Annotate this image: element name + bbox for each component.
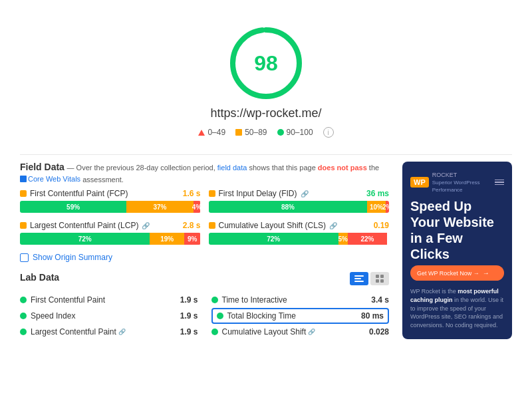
core-web-vitals-link[interactable]: Core Web Vitals <box>20 176 82 184</box>
show-origin-label: Show Origin Summary <box>33 253 112 262</box>
legend-red: 0–49 <box>198 128 225 137</box>
fcp-name: First Contentful Paint (FCP) <box>30 189 128 198</box>
cls-name: Cumulative Layout Shift (CLS) <box>219 221 326 230</box>
divider <box>20 154 512 155</box>
lcp-value: 2.8 s <box>183 221 201 230</box>
lcp-bar-green: 72% <box>20 233 150 245</box>
field-data-title: Field Data <box>20 162 65 172</box>
fid-name: First Input Delay (FID) <box>219 189 297 198</box>
fcp-bar-red: 4% <box>194 201 201 213</box>
main-layout: Field Data — Over the previous 28-day co… <box>20 162 512 340</box>
lab-cls-dot <box>211 329 218 335</box>
lab-metrics-left: First Contentful Paint 1.9 s Speed Index… <box>20 292 198 340</box>
lab-cls-name: Cumulative Layout Shift 🔗 <box>222 327 316 337</box>
lab-lcp-dot <box>20 329 27 335</box>
list-line-1 <box>354 275 364 277</box>
metric-cls: Cumulative Layout Shift (CLS) 🔗 0.19 72%… <box>209 221 390 245</box>
field-data-note: — Over the previous 28-day collection pe… <box>20 164 379 184</box>
lcp-lab-bookmark-icon: 🔗 <box>118 329 126 335</box>
fcp-bar-green: 59% <box>20 201 126 213</box>
toggle-list-btn[interactable] <box>350 272 368 285</box>
lcp-name: Largest Contentful Paint (LCP) <box>30 221 138 230</box>
score-value: 98 <box>254 51 278 76</box>
ad-headline: Speed UpYour Website in a FewClicks <box>410 198 504 262</box>
legend-range1: 0–49 <box>207 128 225 137</box>
field-data-link[interactable]: field data <box>217 164 247 172</box>
ad-button-text: Get WP Rocket Now → <box>417 270 479 277</box>
lab-tbt-value: 80 ms <box>361 311 384 321</box>
lab-cls-value: 0.028 <box>369 327 389 337</box>
lab-tbt-dot <box>217 313 223 319</box>
lab-metric-si: Speed Index 1.9 s <box>20 308 198 324</box>
lcp-bar-red: 9% <box>184 233 200 245</box>
lcp-bookmark-icon: 🔗 <box>142 222 150 229</box>
lab-si-value: 1.9 s <box>180 311 198 321</box>
fcp-bar: 59% 37% 4% <box>20 201 201 213</box>
lab-tbt-name: Total Blocking Time <box>227 311 296 321</box>
field-data-section: Field Data — Over the previous 28-day co… <box>20 162 389 262</box>
lab-data-title: Lab Data <box>20 272 59 283</box>
lab-metric-fcp: First Contentful Paint 1.9 s <box>20 292 198 308</box>
ad-button-arrow: → <box>483 269 489 277</box>
cls-bar-orange: 5% <box>338 233 348 245</box>
lab-metric-tti: Time to Interactive 3.4 s <box>211 292 390 308</box>
lcp-bar: 72% 19% 9% <box>20 233 201 245</box>
fid-value: 36 ms <box>366 189 389 198</box>
grid-cell-4 <box>380 279 384 283</box>
grid-cell-1 <box>376 275 379 278</box>
ad-cta-button[interactable]: Get WP Rocket Now → → <box>410 265 504 281</box>
ad-description: WP Rocket is the most powerful caching p… <box>410 287 504 329</box>
metric-lcp: Largest Contentful Paint (LCP) 🔗 2.8 s 7… <box>20 221 201 245</box>
metric-fid: First Input Delay (FID) 🔗 36 ms 88% 10% … <box>209 189 390 213</box>
list-line-3 <box>354 281 364 282</box>
fid-icon <box>209 190 215 197</box>
cls-bar-green: 72% <box>209 233 338 245</box>
lcp-icon <box>20 222 27 229</box>
fid-bar-green: 88% <box>209 201 368 213</box>
score-legend: 0–49 50–89 90–100 i <box>198 127 333 138</box>
ad-logo: WP ROCKETSuperior WordPress Performance <box>410 172 504 193</box>
metric-fcp: First Contentful Paint (FCP) 1.6 s 59% 3… <box>20 189 201 213</box>
fid-bookmark-icon: 🔗 <box>301 190 309 198</box>
lcp-bar-orange: 19% <box>150 233 184 245</box>
lab-tti-name: Time to Interactive <box>222 295 287 305</box>
lab-lcp-value: 1.9 s <box>180 327 198 337</box>
show-origin-button[interactable]: Show Origin Summary <box>20 253 389 262</box>
lab-fcp-name: First Contentful Paint <box>31 295 105 305</box>
menu-line-2 <box>495 182 504 183</box>
fid-bar: 88% 10% 2% <box>209 201 390 213</box>
lab-fcp-value: 1.9 s <box>180 295 198 305</box>
menu-line-1 <box>495 180 504 181</box>
lab-tti-value: 3.4 s <box>371 295 389 305</box>
toggle-grid-btn[interactable] <box>370 272 389 285</box>
lab-metric-cls: Cumulative Layout Shift 🔗 0.028 <box>211 324 390 340</box>
fcp-bar-orange: 37% <box>126 201 193 213</box>
lab-si-dot <box>20 313 27 319</box>
info-icon[interactable]: i <box>323 127 334 138</box>
lab-tti-dot <box>211 297 218 303</box>
lab-lcp-name: Largest Contentful Paint 🔗 <box>31 327 126 337</box>
circle-icon <box>277 129 284 136</box>
cls-bar: 72% 5% 22% <box>209 233 390 245</box>
legend-green: 90–100 <box>277 128 313 137</box>
metrics-grid: First Contentful Paint (FCP) 1.6 s 59% 3… <box>20 189 389 245</box>
cls-bookmark-icon: 🔗 <box>329 222 337 229</box>
lab-data-section: Lab Data <box>20 272 389 340</box>
square-icon <box>235 129 242 136</box>
lab-fcp-dot <box>20 297 27 303</box>
fcp-value: 1.6 s <box>183 189 201 198</box>
legend-range3: 90–100 <box>287 128 313 137</box>
cls-value: 0.19 <box>374 221 389 230</box>
ad-rocket-label: ROCKETSuperior WordPress Performance <box>432 172 491 193</box>
field-data-warning: does not pass <box>318 164 367 172</box>
fcp-icon <box>20 190 27 197</box>
legend-range2: 50–89 <box>245 128 267 137</box>
ad-panel: WP ROCKETSuperior WordPress Performance … <box>402 162 512 340</box>
left-panel: Field Data — Over the previous 28-day co… <box>20 162 389 340</box>
ad-content: WP ROCKETSuperior WordPress Performance … <box>402 162 512 339</box>
origin-checkbox[interactable] <box>20 253 29 262</box>
lab-metric-tbt: Total Blocking Time 80 ms <box>211 308 390 324</box>
ad-menu-icon <box>495 180 504 186</box>
page-url[interactable]: https://wp-rocket.me/ <box>210 106 321 120</box>
grid-cell-3 <box>376 279 379 283</box>
